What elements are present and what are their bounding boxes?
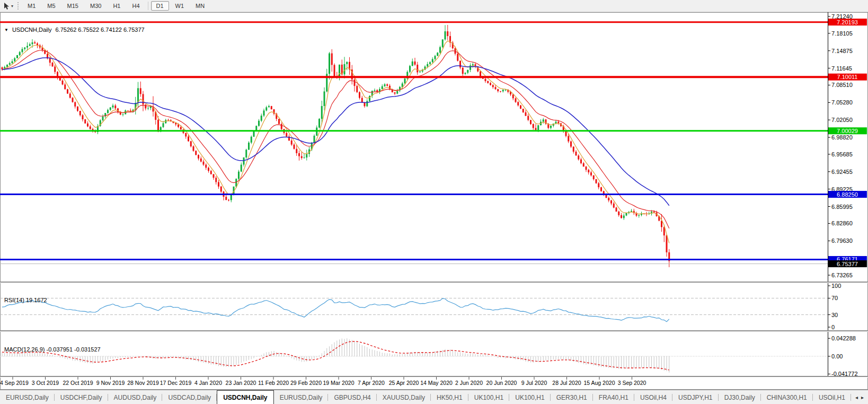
- svg-text:19 Mar 2020: 19 Mar 2020: [323, 380, 355, 386]
- svg-text:2 Jun 2020: 2 Jun 2020: [455, 380, 483, 386]
- svg-text:7.14875: 7.14875: [831, 48, 853, 54]
- svg-text:25 Apr 2020: 25 Apr 2020: [389, 380, 419, 386]
- svg-text:6.75377: 6.75377: [837, 261, 858, 267]
- cursor-tool-button[interactable]: ▾: [1, 1, 15, 11]
- chart-tab-usdcad-daily[interactable]: USDCAD,Daily: [162, 390, 217, 404]
- svg-text:7 Apr 2020: 7 Apr 2020: [358, 380, 385, 386]
- timeframe-button-m15[interactable]: M15: [62, 1, 84, 11]
- svg-text:6.98820: 6.98820: [831, 134, 853, 140]
- chart-tab-hk50-h1[interactable]: HK50,H1: [431, 390, 468, 404]
- svg-text:9 Jul 2020: 9 Jul 2020: [521, 380, 547, 386]
- timeframe-buttons: M1M5M15M30H1H4D1W1MN: [22, 1, 210, 11]
- rsi-panel: 10070300: [0, 283, 841, 330]
- timeframe-button-w1[interactable]: W1: [170, 1, 190, 11]
- chart-tab-eurusd-daily[interactable]: EURUSD,Daily: [274, 390, 329, 404]
- price-chart-canvas[interactable]: 7.212407.181057.148757.116457.085107.052…: [0, 12, 868, 390]
- svg-text:6.82860: 6.82860: [831, 220, 853, 226]
- svg-text:6.88250: 6.88250: [837, 191, 858, 198]
- chart-tab-usdcnh-daily[interactable]: USDCNH,Daily: [217, 390, 273, 404]
- svg-text:7.11645: 7.11645: [831, 65, 852, 72]
- svg-text:3 Oct 2019: 3 Oct 2019: [32, 380, 59, 386]
- timeframe-button-m5[interactable]: M5: [42, 1, 60, 11]
- svg-text:0.00: 0.00: [831, 353, 843, 359]
- date-axis: 14 Sep 20193 Oct 201922 Oct 20199 Nov 20…: [0, 377, 646, 386]
- svg-text:20 Jun 2020: 20 Jun 2020: [486, 380, 517, 386]
- svg-text:22 Oct 2019: 22 Oct 2019: [63, 380, 93, 386]
- svg-text:15 Aug 2020: 15 Aug 2020: [584, 380, 615, 386]
- chart-window: ▼ USDCNH,Daily 6.75262 6.75522 6.74122 6…: [0, 12, 868, 390]
- chart-tab-ger30-h1[interactable]: GER30,H1: [551, 390, 593, 404]
- svg-text:100: 100: [831, 283, 841, 289]
- price-badge: 6.88250: [828, 191, 867, 198]
- svg-text:28 Nov 2019: 28 Nov 2019: [127, 380, 159, 386]
- rsi-line: [2, 298, 669, 322]
- timeframe-button-m30[interactable]: M30: [85, 1, 107, 11]
- tab-scroll-arrows: ◂▸: [851, 390, 868, 404]
- tab-scroll-right-icon[interactable]: ▸: [861, 394, 864, 400]
- chart-tab-fra40-h1[interactable]: FRA40,H1: [593, 390, 634, 404]
- svg-text:17 Dec 2019: 17 Dec 2019: [160, 380, 192, 386]
- svg-text:11 Feb 2020: 11 Feb 2020: [258, 380, 289, 386]
- horizontal-levels-layer[interactable]: [0, 22, 828, 264]
- svg-text:14 May 2020: 14 May 2020: [420, 380, 453, 386]
- cursor-icon: [3, 2, 10, 10]
- svg-text:9 Nov 2019: 9 Nov 2019: [96, 380, 125, 386]
- svg-text:23 Jan 2020: 23 Jan 2020: [226, 380, 256, 386]
- chart-tab-usdjpy-h1[interactable]: USDJPY,H1: [672, 390, 719, 404]
- cursor-tool-caret-icon[interactable]: ▾: [11, 4, 13, 8]
- chart-tab-audusd-daily[interactable]: AUDUSD,Daily: [108, 390, 163, 404]
- toolbar-separator: [148, 2, 148, 10]
- svg-text:6.79630: 6.79630: [831, 238, 853, 244]
- timeframe-button-h4[interactable]: H4: [127, 1, 145, 11]
- chart-tab-usoil-h1[interactable]: USOil,H1: [813, 390, 851, 404]
- svg-text:6.85995: 6.85995: [831, 204, 853, 210]
- svg-text:7.18105: 7.18105: [831, 30, 853, 37]
- svg-text:-0.041772: -0.041772: [831, 371, 858, 377]
- price-badge: 7.00029: [828, 127, 867, 134]
- svg-text:6.95685: 6.95685: [831, 151, 853, 157]
- chart-tab-xauusd-daily[interactable]: XAUUSD,Daily: [377, 390, 431, 404]
- chart-tab-uk100-h1[interactable]: UK100,H1: [509, 390, 550, 404]
- tab-scroll-left-icon[interactable]: ◂: [855, 394, 858, 400]
- chart-ohlc-values: 6.75262 6.75522 6.74122 6.75377: [55, 27, 144, 33]
- timeframe-button-d1[interactable]: D1: [151, 1, 169, 11]
- macd-indicator-label: MACD(12,26,9) -0.037951 -0.031527: [4, 346, 101, 353]
- chart-tab-uk100-h1[interactable]: UK100,H1: [468, 390, 509, 404]
- chart-title: ▼ USDCNH,Daily 6.75262 6.75522 6.74122 6…: [4, 27, 145, 33]
- moving-averages-layer: [2, 41, 669, 243]
- svg-text:3 Sep 2020: 3 Sep 2020: [618, 380, 646, 386]
- svg-text:0: 0: [831, 324, 835, 330]
- chart-symbol-label: USDCNH,Daily: [12, 27, 52, 33]
- collapse-arrow-icon[interactable]: ▼: [4, 28, 8, 32]
- chart-tab-china300-h1[interactable]: CHINA300,H1: [761, 390, 813, 404]
- macd-signal-line: [2, 341, 669, 370]
- svg-text:7.10011: 7.10011: [837, 74, 858, 80]
- timeframe-button-m1[interactable]: M1: [22, 1, 41, 11]
- chart-tab-usdchf-daily[interactable]: USDCHF,Daily: [55, 390, 108, 404]
- svg-text:7.00029: 7.00029: [837, 128, 858, 134]
- price-badge: 7.20193: [828, 19, 867, 25]
- svg-text:7.08510: 7.08510: [831, 82, 853, 88]
- svg-text:29 Feb 2020: 29 Feb 2020: [290, 380, 322, 386]
- macd-histogram: [2, 338, 669, 372]
- price-axis: 7.212407.181057.148757.116457.085107.052…: [828, 13, 867, 278]
- svg-text:28 Jul 2020: 28 Jul 2020: [552, 380, 581, 386]
- timeframe-button-h1[interactable]: H1: [108, 1, 126, 11]
- chart-tab-usoil-h4[interactable]: USOil,H4: [634, 390, 672, 404]
- price-badge: 7.10011: [828, 74, 867, 81]
- svg-text:7.02050: 7.02050: [831, 117, 853, 123]
- chart-tab-eurusd-daily[interactable]: EURUSD,Daily: [0, 390, 55, 404]
- rsi-indicator-label: RSI(14) 19.1672: [4, 297, 47, 303]
- svg-text:0.042288: 0.042288: [831, 335, 856, 341]
- macd-panel: 0.0422880.00-0.041772: [0, 335, 858, 377]
- svg-text:14 Sep 2019: 14 Sep 2019: [0, 380, 29, 386]
- svg-text:30: 30: [831, 312, 838, 318]
- timeframe-button-mn[interactable]: MN: [190, 1, 210, 11]
- svg-text:4 Jan 2020: 4 Jan 2020: [194, 380, 222, 386]
- price-badge: 6.75377: [828, 260, 867, 267]
- candles-layer: [2, 25, 670, 267]
- svg-text:70: 70: [831, 295, 838, 301]
- chart-tab-dj30-daily[interactable]: DJ30,Daily: [719, 390, 761, 404]
- chart-tab-gbpusd-h4[interactable]: GBPUSD,H4: [328, 390, 376, 404]
- toolbar-grip-handle[interactable]: [17, 2, 19, 10]
